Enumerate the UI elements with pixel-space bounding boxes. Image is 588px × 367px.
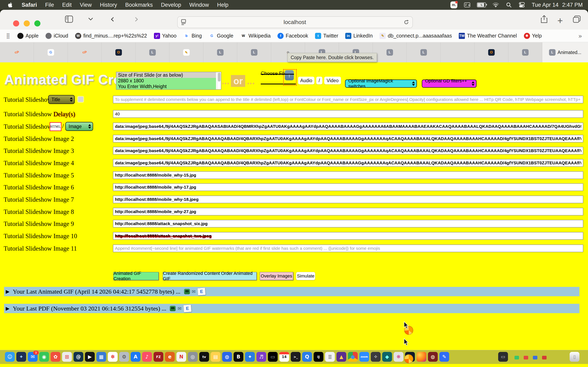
- bookmarks-grid-icon[interactable]: ⣿: [6, 33, 10, 39]
- audio-button[interactable]: Audio: [298, 77, 314, 84]
- dock-icon-app-orange[interactable]: e: [165, 352, 175, 362]
- menu-item[interactable]: Bookmarks: [125, 2, 153, 8]
- dock-icon-utility-gray[interactable]: ⚙: [119, 352, 129, 362]
- pinned-tab-cpanel-2[interactable]: cP: [68, 42, 102, 62]
- pinned-tab-pencil[interactable]: ✎: [169, 42, 203, 62]
- gif-viewer-icon[interactable]: [184, 289, 190, 294]
- dock-icon-firefox[interactable]: [416, 352, 426, 362]
- title-select[interactable]: Title: [48, 95, 75, 104]
- spotlight-icon[interactable]: [506, 2, 512, 8]
- last-pdf-bar[interactable]: ▶ Your Last PDF (November 03 2021 06:14:…: [4, 304, 579, 313]
- dock-icon-mail[interactable]: ✉ 3: [28, 352, 38, 362]
- slide-3-input[interactable]: [113, 147, 583, 155]
- bookmark-find-minus[interactable]: W find_minus....rep+%22s%22: [75, 33, 147, 39]
- zoom-window-button[interactable]: [34, 20, 40, 26]
- disclosure-triangle-icon[interactable]: ▶: [6, 306, 9, 311]
- size-option-dimensions[interactable]: 2880 x 1800: [116, 78, 216, 83]
- tab-overview-icon[interactable]: [573, 16, 581, 23]
- listbox-scrollbar[interactable]: [217, 72, 221, 89]
- pinned-tab-l-gray-3[interactable]: L: [237, 42, 271, 62]
- small-envelope-icon[interactable]: ✉: [178, 306, 181, 311]
- gif-viewer-icon[interactable]: [170, 306, 176, 311]
- imagemagick-switches-select[interactable]: Optional ImageMagick switches ...: [345, 80, 417, 88]
- simulate-button[interactable]: Simulate: [296, 272, 315, 280]
- apple-menu-icon[interactable]: [7, 2, 13, 8]
- dock-icon-chrome[interactable]: ●: [348, 352, 358, 362]
- upload-button[interactable]: ↑: [285, 70, 294, 80]
- bookmark-apple[interactable]: Apple: [17, 33, 39, 39]
- keyboard-icon[interactable]: ⌘: [464, 2, 470, 8]
- menu-item[interactable]: View: [80, 2, 92, 8]
- control-center-icon[interactable]: [519, 2, 525, 8]
- title-config-input[interactable]: [113, 96, 583, 103]
- dock-icon-apple-tv[interactable]: tv: [199, 352, 209, 362]
- gd-filters-select[interactable]: Optional GD filters++ ...: [422, 80, 476, 88]
- bookmarks-overflow-chevron[interactable]: »: [579, 33, 582, 39]
- tab-active[interactable]: L Animated...: [542, 42, 588, 62]
- close-window-button[interactable]: [13, 20, 19, 26]
- slide-11-input[interactable]: [113, 244, 583, 252]
- dock-trash-icon[interactable]: ▯: [570, 352, 579, 362]
- pinned-tab-o-dark-2[interactable]: O: [474, 42, 508, 62]
- menu-extra-app-icon[interactable]: m.: [450, 1, 457, 8]
- pinned-tab-blank[interactable]: [440, 42, 474, 62]
- size-option-custom[interactable]: You Enter Width,Height: [116, 83, 216, 89]
- bookmark-icloud[interactable]: iCloud: [45, 33, 68, 39]
- dock-icon-app-purple[interactable]: ♬: [256, 352, 266, 362]
- reader-icon[interactable]: [181, 19, 186, 25]
- back-button[interactable]: ‹: [110, 13, 114, 24]
- minimize-window-button[interactable]: [24, 20, 30, 26]
- dock-icon-launchpad[interactable]: ⊞: [62, 352, 72, 362]
- dock-icon-app-dark-red[interactable]: ◍: [428, 352, 438, 362]
- menu-item[interactable]: Safari: [22, 2, 37, 8]
- size-option-selected[interactable]: Size of First Slide (or as below): [116, 72, 216, 78]
- pinned-tab-google[interactable]: G: [34, 42, 68, 62]
- video-button[interactable]: Video: [324, 77, 341, 84]
- email-envelope-icon[interactable]: E: [198, 288, 206, 296]
- dock-minimized-window[interactable]: [533, 356, 537, 359]
- dock-minimized-window[interactable]: [515, 356, 519, 359]
- dock-icon-zoom[interactable]: zoom: [359, 352, 369, 362]
- pinned-tab-l-gray-8[interactable]: L: [508, 42, 542, 62]
- bookmark-weather-channel[interactable]: TW The Weather Channel: [459, 33, 517, 39]
- pinned-tab-l-gray-6[interactable]: L: [373, 42, 406, 62]
- dock-icon-rocket-purple[interactable]: ▲: [337, 352, 346, 362]
- slide-1-input[interactable]: [113, 123, 583, 130]
- animated-gif-creation-button[interactable]: Animated GIF Creation: [113, 272, 159, 280]
- last-gif-bar[interactable]: ▶ Your Last Animated GIF (April 14 2026 …: [4, 287, 579, 296]
- dock-icon-app-at[interactable]: @: [73, 352, 83, 362]
- menu-clock[interactable]: Tue Apr 142:47 PM: [532, 2, 583, 8]
- bookmark-google[interactable]: G Google: [209, 33, 233, 39]
- dock-icon-external-display[interactable]: ▭: [498, 352, 508, 362]
- disclosure-triangle-icon[interactable]: ▶: [6, 289, 9, 294]
- slide-5-input[interactable]: [113, 171, 583, 179]
- address-bar[interactable]: localhost: [177, 16, 413, 28]
- dock-icon-safari[interactable]: ✦: [245, 352, 255, 362]
- wifi-icon[interactable]: [493, 2, 499, 8]
- html-mode-button[interactable]: HTML: [50, 122, 61, 131]
- dock-icon-calendar[interactable]: 14: [279, 352, 289, 362]
- dock-icon-quicktime[interactable]: Q: [302, 352, 312, 362]
- delay-input[interactable]: [113, 110, 583, 118]
- dock-icon-news[interactable]: N: [176, 352, 186, 362]
- dock-icon-finder[interactable]: ☺: [5, 352, 15, 362]
- bookmark-bing[interactable]: b Bing: [183, 33, 202, 39]
- dock-icon-app-red[interactable]: ✿: [51, 352, 61, 362]
- slide-6-input[interactable]: [113, 183, 583, 191]
- dock-icon-pinwheel[interactable]: ❋: [394, 352, 403, 362]
- dock-icon-pen-blue[interactable]: ✎: [439, 352, 449, 362]
- pinned-tab-l-gray-2[interactable]: L: [203, 42, 237, 62]
- dock-icon-notes-yellow[interactable]: ▤: [211, 352, 221, 362]
- bookmark-yahoo[interactable]: y! Yahoo: [154, 33, 176, 39]
- pinned-tab-cpanel[interactable]: cP: [0, 42, 34, 62]
- forward-button[interactable]: ›: [134, 13, 139, 24]
- pinned-tab-l-gray-7[interactable]: L: [406, 42, 440, 62]
- overlay-images-button[interactable]: Overlay Images: [260, 272, 293, 280]
- battery-icon[interactable]: ϟ: [477, 2, 486, 7]
- menu-item[interactable]: File: [45, 2, 54, 8]
- image-mode-select[interactable]: Image: [65, 122, 93, 131]
- dock-icon-app-gray-dark[interactable]: ✧: [371, 352, 380, 362]
- dock-minimized-window[interactable]: [524, 356, 528, 359]
- slide-4-input[interactable]: [113, 159, 583, 167]
- bookmark-twitter[interactable]: t Twitter: [315, 33, 338, 39]
